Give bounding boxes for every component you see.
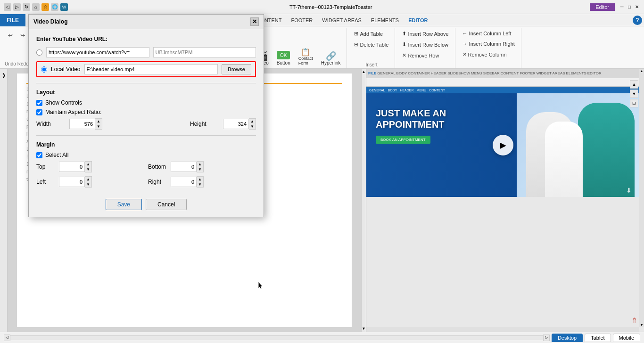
add-table-btn[interactable]: ⊞ Add Table: [351, 29, 386, 38]
horizontal-scroll[interactable]: ◁ ▷: [4, 335, 550, 341]
select-all-checkbox[interactable]: [36, 152, 42, 158]
title-bar: ◁ ▷ ↻ ⌂ ☆ 🌐 W TT-7theme--00123-TemplateT…: [0, 0, 644, 14]
insert-label: Insert: [351, 61, 392, 67]
maximize-btn[interactable]: □: [626, 4, 633, 10]
video-dialog[interactable]: Video Dialog ✕ Enter YouTube Video URL: …: [28, 14, 264, 217]
undo-btn[interactable]: ↩: [5, 30, 16, 41]
maintain-aspect-label: Maintain Aspect Ratio:: [45, 109, 101, 115]
title-bar-controls: ─ □ ✕: [619, 4, 640, 10]
help-btn[interactable]: ?: [633, 16, 642, 25]
preview-nav-up[interactable]: ▲: [630, 80, 638, 89]
preview-nav-down[interactable]: ▼: [630, 90, 638, 98]
file-menu[interactable]: FILE: [0, 14, 25, 26]
tab-desktop[interactable]: Desktop: [552, 334, 583, 342]
width-up-btn[interactable]: ▲: [95, 119, 102, 124]
tab-mobile[interactable]: Mobile: [613, 334, 640, 342]
hscroll-track: [10, 335, 543, 340]
show-controls-row: Show Controls: [36, 99, 256, 106]
top-up-btn[interactable]: ▲: [85, 162, 91, 167]
toggle-icon: ❯: [2, 73, 6, 78]
left-panel-toggle[interactable]: ❯: [0, 69, 8, 332]
right-input[interactable]: [171, 177, 197, 187]
contact-btn[interactable]: 📋 ContactForm: [295, 47, 316, 67]
top-down-btn[interactable]: ▼: [85, 167, 91, 172]
height-down-btn[interactable]: ▼: [249, 124, 256, 129]
preview-hscroll[interactable]: [366, 327, 639, 332]
browse-btn[interactable]: Browse: [222, 64, 251, 74]
hscroll-right[interactable]: ▷: [543, 335, 550, 341]
insert-col-right-btn[interactable]: → Insert Column Right: [459, 40, 518, 48]
bottom-input[interactable]: [171, 162, 197, 172]
left-up-btn[interactable]: ▲: [85, 177, 91, 182]
remove-col-btn[interactable]: ✕ Remove Column: [459, 50, 510, 59]
close-btn[interactable]: ✕: [634, 4, 640, 10]
left-input[interactable]: [59, 177, 85, 187]
tab-tablet[interactable]: Tablet: [585, 334, 611, 342]
right-down-btn[interactable]: ▼: [197, 182, 203, 187]
preview-scroll-down[interactable]: ▼: [640, 323, 644, 327]
hscroll-left[interactable]: ◁: [4, 335, 10, 341]
dialog-close-btn[interactable]: ✕: [250, 17, 259, 26]
left-margin-row: Left ▲ ▼: [36, 176, 144, 188]
youtube-url-input[interactable]: [46, 47, 149, 57]
collapse-btn[interactable]: ⇑: [631, 316, 637, 325]
margin-grid: Top ▲ ▼ Bottom: [36, 161, 256, 188]
button-label: Button: [277, 60, 290, 65]
local-video-path-input[interactable]: [84, 64, 218, 74]
hero-cta-btn[interactable]: BOOK AN APPOINTMENT: [376, 136, 430, 144]
bottom-down-btn[interactable]: ▼: [197, 167, 203, 172]
top-input[interactable]: [59, 162, 85, 172]
save-btn[interactable]: Save: [106, 199, 142, 210]
mockup-ribbon: [366, 78, 639, 87]
maintain-aspect-checkbox[interactable]: [36, 109, 42, 115]
delete-table-btn[interactable]: ⊟ Delete Table: [351, 40, 392, 49]
insert-row-above-btn[interactable]: ⬆ Insert Row Above: [399, 29, 452, 38]
refresh-btn[interactable]: ↻: [23, 3, 30, 11]
person3: [545, 122, 583, 197]
top-spin: ▲ ▼: [85, 161, 92, 172]
preview-scroll-up[interactable]: ▲: [640, 69, 644, 73]
preview-vscroll[interactable]: ▲ ▼: [639, 69, 644, 327]
bottom-up-btn[interactable]: ▲: [197, 162, 203, 167]
menu-footer[interactable]: FOOTER: [286, 14, 317, 26]
redo-btn[interactable]: ↪: [17, 30, 28, 41]
height-input[interactable]: [223, 119, 249, 129]
width-down-btn[interactable]: ▼: [95, 124, 102, 129]
globe-btn[interactable]: 🌐: [51, 3, 58, 11]
right-label: Right: [148, 179, 167, 185]
minimize-btn[interactable]: ─: [619, 4, 625, 10]
canvas-scroll[interactable]: ▲ ▼: [361, 69, 366, 332]
insert-col-left-btn[interactable]: ← Insert Column Left: [459, 29, 515, 38]
divider-1: [36, 83, 256, 83]
youtube-id-input[interactable]: [153, 47, 256, 57]
width-input[interactable]: [69, 119, 95, 129]
youtube-radio[interactable]: [36, 49, 42, 56]
col-right-icon: →: [462, 41, 468, 47]
wp-btn[interactable]: W: [60, 3, 68, 11]
menu-editor[interactable]: EDITOR: [404, 14, 432, 26]
preview-nav-resize[interactable]: ⊡: [630, 99, 638, 107]
height-up-btn[interactable]: ▲: [249, 119, 256, 124]
play-button[interactable]: ▶: [493, 135, 513, 155]
menu-widget-areas[interactable]: WIDGET AREAS: [317, 14, 366, 26]
menu-elements[interactable]: ELEMENTS: [366, 14, 404, 26]
website-mockup: FILE GENERAL BODY CONTAINER HEADER SLIDE…: [366, 69, 639, 327]
left-down-btn[interactable]: ▼: [85, 182, 91, 187]
insert-row-below-btn[interactable]: ⬇ Insert Row Below: [399, 40, 452, 49]
back-btn[interactable]: ◁: [4, 3, 11, 11]
local-video-radio[interactable]: [41, 66, 47, 73]
cancel-btn[interactable]: Cancel: [146, 199, 187, 210]
forward-btn[interactable]: ▷: [13, 3, 21, 11]
height-input-group: ▲ ▼: [223, 118, 256, 130]
remove-row-btn[interactable]: ✕ Remove Row: [399, 51, 442, 60]
title-bar-icons: ◁ ▷ ↻ ⌂ ☆ 🌐 W: [4, 3, 68, 11]
show-controls-checkbox[interactable]: [36, 100, 42, 106]
home-btn[interactable]: ⌂: [32, 3, 40, 11]
right-up-btn[interactable]: ▲: [197, 177, 203, 182]
top-input-group: ▲ ▼: [59, 161, 92, 172]
scroll-down-arrow[interactable]: ⬇: [626, 187, 632, 194]
hyperlink-btn[interactable]: 🔗 Hyperlink: [318, 50, 344, 67]
hyperlink-label: Hyperlink: [321, 60, 341, 65]
button-btn[interactable]: OK Button: [273, 49, 294, 67]
star-btn[interactable]: ☆: [41, 3, 49, 11]
